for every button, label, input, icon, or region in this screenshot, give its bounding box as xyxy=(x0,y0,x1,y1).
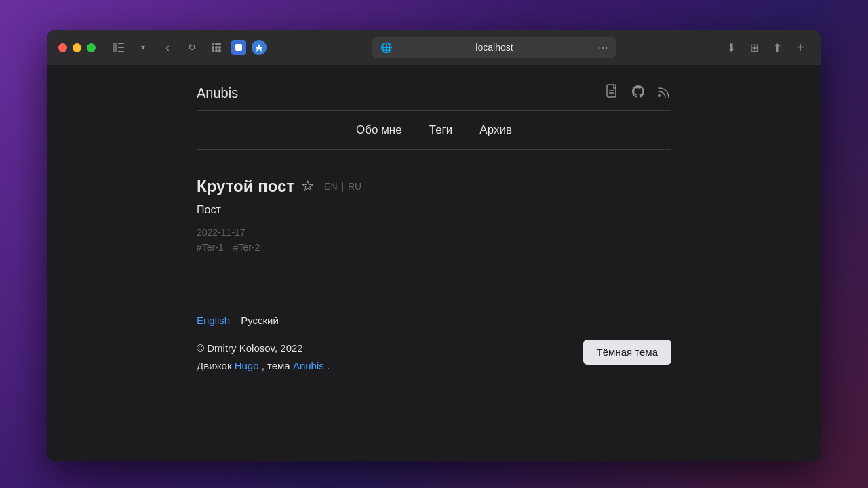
svg-point-17 xyxy=(658,94,661,97)
svg-rect-13 xyxy=(235,44,242,51)
address-bar[interactable]: 🌐 localhost ⋯ xyxy=(372,37,616,58)
header-icons xyxy=(605,84,671,102)
post-lang-en: EN | RU xyxy=(324,181,361,192)
engine-line: Движок Hugo , тема Anubis . xyxy=(197,357,330,375)
close-button[interactable] xyxy=(58,43,67,52)
download-button[interactable]: ⬇ xyxy=(722,38,741,57)
address-bar-container: 🌐 localhost ⋯ xyxy=(275,37,713,58)
svg-point-7 xyxy=(212,46,214,49)
svg-rect-0 xyxy=(113,43,117,52)
github-icon[interactable] xyxy=(631,84,646,102)
back-button[interactable]: ‹ xyxy=(158,38,177,57)
footer-bottom: © Dmitry Kolosov, 2022 Движок Hugo , тем… xyxy=(197,340,671,374)
post-title: Крутой пост xyxy=(197,177,294,196)
extension2-icon[interactable] xyxy=(252,40,267,55)
pipe-separator: | xyxy=(341,181,344,192)
svg-rect-2 xyxy=(118,47,124,48)
svg-point-6 xyxy=(218,43,221,45)
svg-point-11 xyxy=(215,49,218,52)
post-tag-1[interactable]: #Ter-1 xyxy=(197,242,224,253)
nav-archive[interactable]: Архив xyxy=(479,123,512,137)
address-more-button[interactable]: ⋯ xyxy=(597,41,608,54)
site-container: Anubis xyxy=(183,65,685,408)
theme-label: , тема xyxy=(262,360,290,371)
engine-label: Движок xyxy=(197,360,231,371)
svg-rect-1 xyxy=(118,43,124,44)
post-tags: #Ter-1 #Ter-2 xyxy=(197,242,671,253)
svg-point-12 xyxy=(218,49,221,52)
dark-theme-button[interactable]: Тёмная тема xyxy=(583,340,671,365)
copyright-line: © Dmitry Kolosov, 2022 xyxy=(197,340,330,357)
section-divider xyxy=(197,287,671,287)
reading-list-button[interactable]: ⊞ xyxy=(745,38,764,57)
svg-point-10 xyxy=(212,49,214,52)
post-tag-2[interactable]: #Ter-2 xyxy=(233,242,260,253)
right-toolbar: ⬇ ⊞ ⬆ + xyxy=(722,38,810,57)
sidebar-chevron-icon[interactable]: ▾ xyxy=(134,38,153,57)
browser-window: ▾ ‹ ↻ xyxy=(47,30,821,461)
post-date: 2022-11-17 xyxy=(197,227,671,238)
file-icon[interactable] xyxy=(605,84,620,102)
svg-point-5 xyxy=(215,43,218,45)
footer-lang-russian[interactable]: Русский xyxy=(241,314,279,326)
anubis-link[interactable]: Anubis xyxy=(293,360,324,371)
footer-lang-english[interactable]: English xyxy=(197,314,230,326)
footer-credits: © Dmitry Kolosov, 2022 Движок Hugo , тем… xyxy=(197,340,330,374)
post-section: Крутой пост ☆ EN | RU Пост 2022-11-17 #T… xyxy=(197,170,671,273)
title-bar: ▾ ‹ ↻ xyxy=(47,30,821,65)
svg-point-9 xyxy=(218,46,221,49)
svg-rect-3 xyxy=(118,51,124,52)
hugo-link[interactable]: Hugo xyxy=(235,360,259,371)
post-lang-ru-link[interactable]: RU xyxy=(348,181,361,192)
site-nav: Обо мне Теги Архив xyxy=(197,111,671,150)
apps-grid-button[interactable] xyxy=(207,38,226,57)
post-title-row: Крутой пост ☆ EN | RU xyxy=(197,177,671,196)
fullscreen-button[interactable] xyxy=(87,43,96,52)
minimize-button[interactable] xyxy=(73,43,81,52)
copyright-text: © Dmitry Kolosov, 2022 xyxy=(197,342,303,354)
nav-tags[interactable]: Теги xyxy=(429,123,453,137)
sidebar-toggle-button[interactable] xyxy=(109,38,128,57)
extension1-icon[interactable] xyxy=(231,40,246,55)
post-type: Пост xyxy=(197,204,671,216)
new-tab-button[interactable]: + xyxy=(791,38,810,57)
post-star-icon[interactable]: ☆ xyxy=(301,178,315,195)
nav-about[interactable]: Обо мне xyxy=(356,123,402,137)
traffic-lights xyxy=(58,43,96,52)
site-header: Anubis xyxy=(197,79,671,111)
site-title: Anubis xyxy=(197,85,238,101)
globe-icon: 🌐 xyxy=(380,42,392,53)
period: . xyxy=(327,360,330,371)
rss-icon[interactable] xyxy=(656,84,671,102)
site-footer: English Русский © Dmitry Kolosov, 2022 Д… xyxy=(197,301,671,381)
reload-button[interactable]: ↻ xyxy=(182,38,201,57)
svg-point-4 xyxy=(212,43,214,45)
post-lang-en-link[interactable]: EN xyxy=(324,181,337,192)
toolbar-icons: ▾ ‹ ↻ xyxy=(109,38,267,57)
footer-languages: English Русский xyxy=(197,314,671,326)
share-button[interactable]: ⬆ xyxy=(768,38,787,57)
svg-point-8 xyxy=(215,46,218,49)
url-text: localhost xyxy=(397,42,592,53)
page-content: Anubis xyxy=(47,65,821,461)
